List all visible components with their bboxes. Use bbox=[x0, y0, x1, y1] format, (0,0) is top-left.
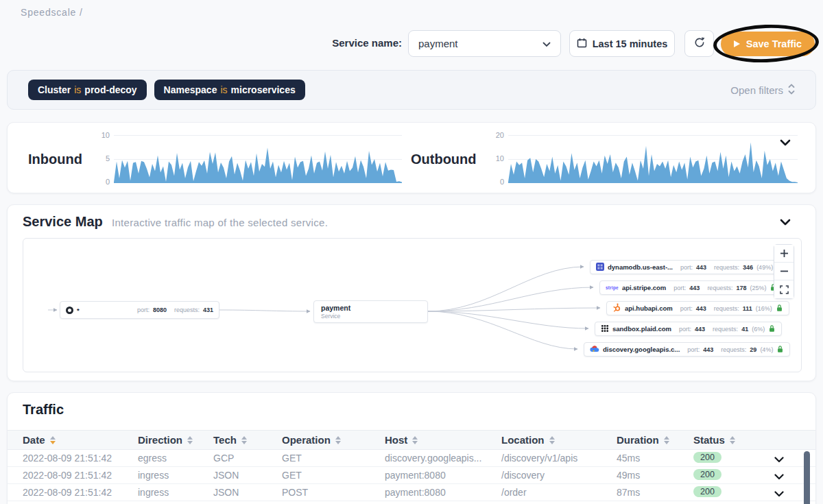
lock-icon bbox=[776, 304, 783, 313]
cell-host: payment:8080 bbox=[385, 470, 446, 481]
play-icon bbox=[734, 40, 740, 47]
table-row[interactable]: 2022-08-09 21:51:42 egress GCP GET disco… bbox=[8, 450, 815, 467]
requests-percent: (25%) bbox=[750, 285, 766, 291]
y-tick: 20 bbox=[488, 131, 504, 139]
cell-tech: GCP bbox=[213, 453, 234, 464]
port-label: port: bbox=[680, 264, 693, 271]
table-scrollbar[interactable] bbox=[804, 451, 810, 504]
status-badge: 200 bbox=[693, 452, 721, 463]
filter-chip-cluster[interactable]: Cluster is prod-decoy bbox=[28, 80, 147, 100]
cell-operation: POST bbox=[282, 487, 308, 498]
stripe-icon: stripe bbox=[606, 285, 619, 290]
column-header-location[interactable]: Location bbox=[501, 434, 555, 446]
collapse-chevron-icon[interactable] bbox=[780, 136, 791, 149]
map-node-googleapis[interactable]: discovery.googleapis.c... port: 443 requ… bbox=[584, 342, 790, 357]
requests-value: 29 bbox=[750, 346, 756, 353]
column-header-operation[interactable]: Operation bbox=[282, 434, 341, 446]
expand-row-chevron-icon[interactable] bbox=[774, 453, 784, 466]
requests-value: 41 bbox=[741, 326, 748, 333]
collapse-chevron-icon[interactable] bbox=[780, 216, 791, 228]
traffic-table-panel: Traffic Date Direction Tech Operation Ho… bbox=[7, 392, 816, 504]
chevron-down-icon bbox=[542, 38, 551, 49]
requests-label: requests: bbox=[714, 264, 739, 271]
inbound-chart: 10 5 0 bbox=[93, 132, 405, 186]
table-row[interactable]: 2022-08-09 21:51:42 ingress JSON GET pay… bbox=[8, 467, 815, 484]
save-traffic-label: Save Traffic bbox=[746, 38, 802, 49]
traffic-charts-panel: Inbound 10 5 0 Outbound 20 10 0 bbox=[7, 122, 816, 193]
port-label: port: bbox=[679, 326, 691, 333]
requests-label: requests: bbox=[707, 285, 732, 291]
breadcrumb-brand[interactable]: Speedscale bbox=[21, 7, 76, 18]
chip-field: Cluster bbox=[38, 84, 71, 95]
time-range-button[interactable]: Last 15 minutes bbox=[569, 30, 675, 57]
port-value: 443 bbox=[696, 305, 706, 312]
open-filters-button[interactable]: Open filters bbox=[730, 84, 795, 97]
cell-duration: 49ms bbox=[617, 470, 640, 481]
cell-location: /discovery/v1/apis bbox=[501, 453, 577, 464]
map-controls bbox=[774, 244, 794, 299]
node-name: payment bbox=[321, 304, 350, 312]
node-name: discovery.googleapis.c... bbox=[603, 346, 680, 353]
column-header-duration[interactable]: Duration bbox=[617, 434, 669, 446]
sort-icon bbox=[730, 436, 735, 444]
service-map-title: Service Map bbox=[23, 214, 103, 230]
map-node-payment[interactable]: payment Service bbox=[313, 300, 428, 323]
status-badge: 200 bbox=[693, 486, 721, 497]
cell-operation: GET bbox=[282, 453, 302, 464]
lock-icon bbox=[768, 324, 776, 334]
requests-label: requests: bbox=[721, 346, 746, 353]
zoom-in-button[interactable] bbox=[774, 245, 794, 263]
inbound-sparkline bbox=[114, 135, 402, 183]
breadcrumb-separator: / bbox=[80, 7, 83, 18]
service-select-value: payment bbox=[418, 38, 458, 49]
requests-value: 111 bbox=[743, 305, 752, 312]
lock-icon bbox=[776, 345, 784, 355]
cell-operation: GET bbox=[282, 470, 302, 481]
zoom-out-button[interactable] bbox=[774, 263, 794, 280]
service-name-label: Service name: bbox=[320, 37, 402, 49]
filter-chip-namespace[interactable]: Namespace is microservices bbox=[154, 80, 305, 100]
column-header-date[interactable]: Date bbox=[23, 434, 56, 446]
table-row[interactable]: 2022-08-09 21:51:42 ingress JSON POST pa… bbox=[8, 484, 815, 501]
table-header-row: Date Direction Tech Operation Host Locat… bbox=[8, 430, 815, 450]
cell-tech: JSON bbox=[213, 487, 239, 498]
time-range-label: Last 15 minutes bbox=[593, 38, 668, 49]
map-node-source[interactable]: * port: 8080 requests: 431 bbox=[60, 301, 219, 319]
outbound-chart-title: Outbound bbox=[411, 152, 477, 167]
map-node-dynamodb[interactable]: dynamodb.us-east-... port: 443 requests:… bbox=[590, 260, 790, 274]
service-select[interactable]: payment bbox=[408, 30, 561, 57]
refresh-icon bbox=[693, 36, 706, 51]
node-name: dynamodb.us-east-... bbox=[608, 263, 673, 271]
expand-row-chevron-icon[interactable] bbox=[774, 488, 784, 500]
column-header-status[interactable]: Status bbox=[693, 434, 735, 446]
outbound-sparkline bbox=[508, 135, 798, 183]
map-node-plaid[interactable]: sandbox.plaid.com port: 443 requests: 41… bbox=[595, 322, 782, 336]
traffic-table-title: Traffic bbox=[23, 402, 64, 418]
map-node-stripe[interactable]: stripe api.stripe.com port: 443 requests… bbox=[599, 280, 783, 295]
hubspot-icon bbox=[612, 303, 621, 313]
dynamodb-icon bbox=[596, 263, 604, 272]
column-header-tech[interactable]: Tech bbox=[213, 434, 247, 446]
refresh-button[interactable] bbox=[684, 30, 714, 57]
save-traffic-button[interactable]: Save Traffic bbox=[721, 32, 815, 56]
port-label: port: bbox=[687, 346, 700, 353]
y-tick: 10 bbox=[93, 131, 110, 139]
service-map-panel: Service Map Interactive traffic map of t… bbox=[7, 204, 816, 381]
breadcrumb[interactable]: Speedscale / bbox=[21, 7, 83, 18]
fullscreen-button[interactable] bbox=[774, 280, 794, 298]
expand-row-chevron-icon[interactable] bbox=[774, 470, 784, 483]
y-tick: 10 bbox=[488, 154, 504, 163]
requests-percent: (16%) bbox=[756, 305, 772, 312]
requests-percent: (49%) bbox=[756, 264, 773, 271]
service-map-canvas[interactable]: * port: 8080 requests: 431 payment Servi… bbox=[23, 238, 802, 372]
node-name: api.stripe.com bbox=[622, 284, 666, 291]
map-node-hubapi[interactable]: api.hubapi.com port: 443 requests: 111 (… bbox=[606, 301, 789, 315]
y-tick: 5 bbox=[93, 154, 110, 163]
google-cloud-icon bbox=[590, 345, 599, 354]
port-label: port: bbox=[680, 305, 693, 312]
column-header-host[interactable]: Host bbox=[385, 434, 418, 446]
open-filters-label: Open filters bbox=[730, 84, 783, 96]
column-header-direction[interactable]: Direction bbox=[138, 434, 193, 446]
port-value: 443 bbox=[689, 285, 700, 291]
cell-direction: ingress bbox=[138, 487, 169, 498]
